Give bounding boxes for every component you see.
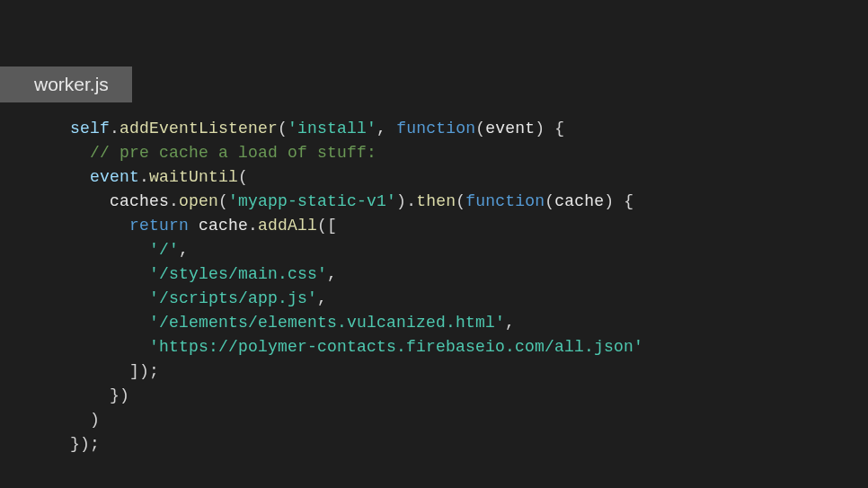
code-token: event [485, 120, 535, 138]
code-editor[interactable]: self.addEventListener('install', functio… [70, 117, 643, 457]
indent [70, 168, 90, 186]
code-token: then [416, 192, 456, 210]
code-token: . [169, 192, 179, 210]
code-token: ( [475, 120, 485, 138]
code-token: return [129, 217, 189, 235]
code-token: { [545, 120, 564, 138]
code-token: ( [456, 192, 465, 210]
tab-filename: worker.js [34, 74, 109, 94]
code-token: { [614, 192, 633, 210]
code-token: open [179, 192, 218, 210]
code-token: ( [278, 120, 288, 138]
code-token: '/styles/main.css' [149, 265, 327, 283]
indent [70, 338, 149, 356]
code-token: addEventListener [120, 120, 278, 138]
code-token: }) [110, 386, 129, 404]
code-token: . [139, 168, 149, 186]
code-token: '/' [149, 241, 179, 259]
code-token: }); [70, 435, 100, 453]
indent [70, 144, 90, 162]
code-token: '/scripts/app.js' [149, 289, 317, 307]
indent [70, 289, 149, 307]
indent [70, 241, 149, 259]
indent [70, 314, 149, 332]
indent [70, 411, 90, 429]
code-token: , [376, 120, 396, 138]
code-token: '/elements/elements.vulcanized.html' [149, 314, 505, 332]
code-token: ) [90, 411, 100, 429]
code-token: function [396, 120, 475, 138]
indent [70, 362, 129, 380]
indent [70, 386, 110, 404]
code-token: , [505, 314, 515, 332]
code-token: , [327, 265, 337, 283]
code-token: addAll [258, 217, 317, 235]
indent [70, 192, 110, 210]
code-token: self [70, 120, 110, 138]
code-token: ( [218, 192, 228, 210]
code-token: ([ [317, 217, 337, 235]
code-token: ) [535, 120, 545, 138]
code-token: caches [110, 192, 169, 210]
code-token: . [248, 217, 258, 235]
code-token: . [406, 192, 416, 210]
code-token: ( [238, 168, 248, 186]
code-token: 'install' [288, 120, 376, 138]
code-token: , [317, 289, 327, 307]
code-token: cache [189, 217, 248, 235]
code-token: ) [604, 192, 614, 210]
code-token: cache [554, 192, 604, 210]
code-token: 'https://polymer-contacts.firebaseio.com… [149, 338, 643, 356]
code-token: ( [545, 192, 554, 210]
code-token: ]); [129, 362, 159, 380]
code-token: waitUntil [149, 168, 238, 186]
code-comment: // pre cache a load of stuff: [90, 144, 376, 162]
code-token: event [90, 168, 139, 186]
code-token: ) [396, 192, 406, 210]
code-token: function [465, 192, 545, 210]
indent [70, 265, 149, 283]
code-token: , [179, 241, 189, 259]
code-token: . [110, 120, 120, 138]
file-tab[interactable]: worker.js [0, 67, 132, 102]
indent [70, 217, 129, 235]
code-token: 'myapp-static-v1' [228, 192, 396, 210]
